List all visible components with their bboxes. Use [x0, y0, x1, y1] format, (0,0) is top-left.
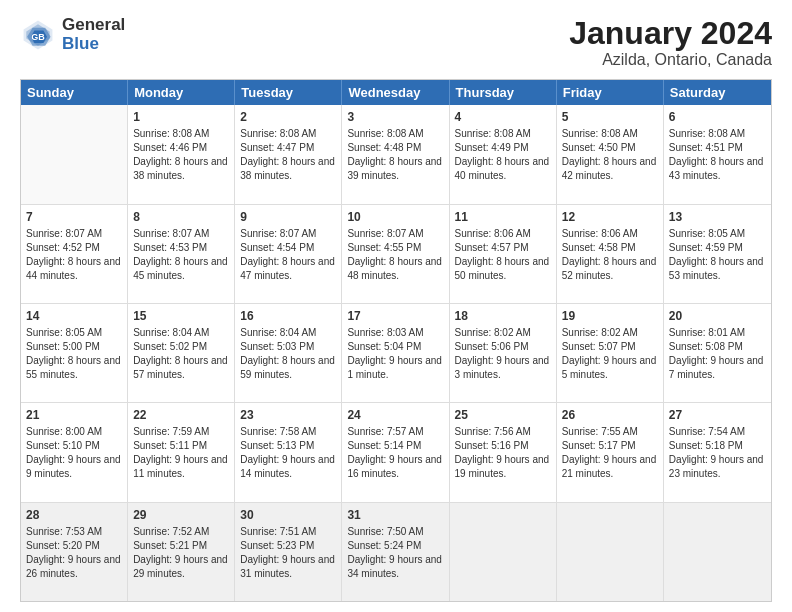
day-number: 29 — [133, 507, 229, 523]
day-number: 8 — [133, 209, 229, 225]
cal-cell: 5Sunrise: 8:08 AMSunset: 4:50 PMDaylight… — [557, 105, 664, 203]
cell-info: Sunrise: 8:05 AMSunset: 5:00 PMDaylight:… — [26, 326, 122, 382]
day-number: 3 — [347, 109, 443, 125]
header: GB General Blue January 2024 Azilda, Ont… — [20, 16, 772, 69]
day-number: 19 — [562, 308, 658, 324]
cal-cell: 22Sunrise: 7:59 AMSunset: 5:11 PMDayligh… — [128, 403, 235, 501]
day-number: 10 — [347, 209, 443, 225]
cal-cell: 17Sunrise: 8:03 AMSunset: 5:04 PMDayligh… — [342, 304, 449, 402]
page: GB General Blue January 2024 Azilda, Ont… — [0, 0, 792, 612]
cal-cell: 15Sunrise: 8:04 AMSunset: 5:02 PMDayligh… — [128, 304, 235, 402]
day-number: 12 — [562, 209, 658, 225]
cal-cell: 1Sunrise: 8:08 AMSunset: 4:46 PMDaylight… — [128, 105, 235, 203]
cal-cell — [21, 105, 128, 203]
logo-general: General — [62, 16, 125, 35]
cal-cell: 12Sunrise: 8:06 AMSunset: 4:58 PMDayligh… — [557, 205, 664, 303]
cal-cell: 28Sunrise: 7:53 AMSunset: 5:20 PMDayligh… — [21, 503, 128, 601]
cal-cell: 9Sunrise: 8:07 AMSunset: 4:54 PMDaylight… — [235, 205, 342, 303]
cell-info: Sunrise: 8:08 AMSunset: 4:48 PMDaylight:… — [347, 127, 443, 183]
cal-header-cell: Tuesday — [235, 80, 342, 105]
day-number: 4 — [455, 109, 551, 125]
cell-info: Sunrise: 8:08 AMSunset: 4:51 PMDaylight:… — [669, 127, 766, 183]
cal-week: 1Sunrise: 8:08 AMSunset: 4:46 PMDaylight… — [21, 105, 771, 204]
day-number: 5 — [562, 109, 658, 125]
cal-cell: 2Sunrise: 8:08 AMSunset: 4:47 PMDaylight… — [235, 105, 342, 203]
cell-info: Sunrise: 7:55 AMSunset: 5:17 PMDaylight:… — [562, 425, 658, 481]
day-number: 7 — [26, 209, 122, 225]
cal-header-cell: Saturday — [664, 80, 771, 105]
cell-info: Sunrise: 7:57 AMSunset: 5:14 PMDaylight:… — [347, 425, 443, 481]
cal-header-cell: Friday — [557, 80, 664, 105]
cell-info: Sunrise: 7:51 AMSunset: 5:23 PMDaylight:… — [240, 525, 336, 581]
cal-cell: 16Sunrise: 8:04 AMSunset: 5:03 PMDayligh… — [235, 304, 342, 402]
day-number: 11 — [455, 209, 551, 225]
day-number: 23 — [240, 407, 336, 423]
cell-info: Sunrise: 8:06 AMSunset: 4:58 PMDaylight:… — [562, 227, 658, 283]
cal-cell: 20Sunrise: 8:01 AMSunset: 5:08 PMDayligh… — [664, 304, 771, 402]
cal-cell: 3Sunrise: 8:08 AMSunset: 4:48 PMDaylight… — [342, 105, 449, 203]
calendar: SundayMondayTuesdayWednesdayThursdayFrid… — [20, 79, 772, 602]
day-number: 27 — [669, 407, 766, 423]
cal-week: 28Sunrise: 7:53 AMSunset: 5:20 PMDayligh… — [21, 503, 771, 601]
logo: GB General Blue — [20, 16, 125, 53]
cell-info: Sunrise: 8:07 AMSunset: 4:53 PMDaylight:… — [133, 227, 229, 283]
cal-week: 14Sunrise: 8:05 AMSunset: 5:00 PMDayligh… — [21, 304, 771, 403]
cal-cell: 23Sunrise: 7:58 AMSunset: 5:13 PMDayligh… — [235, 403, 342, 501]
cal-week: 21Sunrise: 8:00 AMSunset: 5:10 PMDayligh… — [21, 403, 771, 502]
cell-info: Sunrise: 7:53 AMSunset: 5:20 PMDaylight:… — [26, 525, 122, 581]
cell-info: Sunrise: 8:02 AMSunset: 5:07 PMDaylight:… — [562, 326, 658, 382]
day-number: 13 — [669, 209, 766, 225]
cal-cell: 26Sunrise: 7:55 AMSunset: 5:17 PMDayligh… — [557, 403, 664, 501]
cal-cell: 6Sunrise: 8:08 AMSunset: 4:51 PMDaylight… — [664, 105, 771, 203]
cell-info: Sunrise: 8:07 AMSunset: 4:55 PMDaylight:… — [347, 227, 443, 283]
day-number: 15 — [133, 308, 229, 324]
cal-cell: 25Sunrise: 7:56 AMSunset: 5:16 PMDayligh… — [450, 403, 557, 501]
cal-cell: 10Sunrise: 8:07 AMSunset: 4:55 PMDayligh… — [342, 205, 449, 303]
day-number: 24 — [347, 407, 443, 423]
day-number: 2 — [240, 109, 336, 125]
cal-cell: 21Sunrise: 8:00 AMSunset: 5:10 PMDayligh… — [21, 403, 128, 501]
day-number: 21 — [26, 407, 122, 423]
cell-info: Sunrise: 8:08 AMSunset: 4:47 PMDaylight:… — [240, 127, 336, 183]
cal-cell: 31Sunrise: 7:50 AMSunset: 5:24 PMDayligh… — [342, 503, 449, 601]
cal-cell: 11Sunrise: 8:06 AMSunset: 4:57 PMDayligh… — [450, 205, 557, 303]
page-subtitle: Azilda, Ontario, Canada — [569, 51, 772, 69]
cal-cell — [450, 503, 557, 601]
day-number: 28 — [26, 507, 122, 523]
calendar-body: 1Sunrise: 8:08 AMSunset: 4:46 PMDaylight… — [21, 105, 771, 601]
cal-cell: 7Sunrise: 8:07 AMSunset: 4:52 PMDaylight… — [21, 205, 128, 303]
title-block: January 2024 Azilda, Ontario, Canada — [569, 16, 772, 69]
cal-cell — [664, 503, 771, 601]
cal-header-cell: Thursday — [450, 80, 557, 105]
cell-info: Sunrise: 7:59 AMSunset: 5:11 PMDaylight:… — [133, 425, 229, 481]
day-number: 9 — [240, 209, 336, 225]
svg-text:GB: GB — [31, 31, 45, 41]
cal-header-cell: Monday — [128, 80, 235, 105]
cell-info: Sunrise: 8:02 AMSunset: 5:06 PMDaylight:… — [455, 326, 551, 382]
cal-cell: 14Sunrise: 8:05 AMSunset: 5:00 PMDayligh… — [21, 304, 128, 402]
cal-cell: 13Sunrise: 8:05 AMSunset: 4:59 PMDayligh… — [664, 205, 771, 303]
cell-info: Sunrise: 8:01 AMSunset: 5:08 PMDaylight:… — [669, 326, 766, 382]
cell-info: Sunrise: 8:08 AMSunset: 4:49 PMDaylight:… — [455, 127, 551, 183]
cal-cell: 30Sunrise: 7:51 AMSunset: 5:23 PMDayligh… — [235, 503, 342, 601]
logo-blue: Blue — [62, 35, 125, 54]
cell-info: Sunrise: 8:07 AMSunset: 4:52 PMDaylight:… — [26, 227, 122, 283]
page-title: January 2024 — [569, 16, 772, 51]
cell-info: Sunrise: 7:54 AMSunset: 5:18 PMDaylight:… — [669, 425, 766, 481]
day-number: 20 — [669, 308, 766, 324]
cell-info: Sunrise: 8:05 AMSunset: 4:59 PMDaylight:… — [669, 227, 766, 283]
cal-cell: 4Sunrise: 8:08 AMSunset: 4:49 PMDaylight… — [450, 105, 557, 203]
cell-info: Sunrise: 8:00 AMSunset: 5:10 PMDaylight:… — [26, 425, 122, 481]
cal-header-cell: Wednesday — [342, 80, 449, 105]
cal-cell: 27Sunrise: 7:54 AMSunset: 5:18 PMDayligh… — [664, 403, 771, 501]
cell-info: Sunrise: 7:52 AMSunset: 5:21 PMDaylight:… — [133, 525, 229, 581]
day-number: 14 — [26, 308, 122, 324]
day-number: 1 — [133, 109, 229, 125]
cal-week: 7Sunrise: 8:07 AMSunset: 4:52 PMDaylight… — [21, 205, 771, 304]
day-number: 31 — [347, 507, 443, 523]
day-number: 6 — [669, 109, 766, 125]
day-number: 30 — [240, 507, 336, 523]
cell-info: Sunrise: 8:04 AMSunset: 5:02 PMDaylight:… — [133, 326, 229, 382]
day-number: 22 — [133, 407, 229, 423]
cal-header-cell: Sunday — [21, 80, 128, 105]
